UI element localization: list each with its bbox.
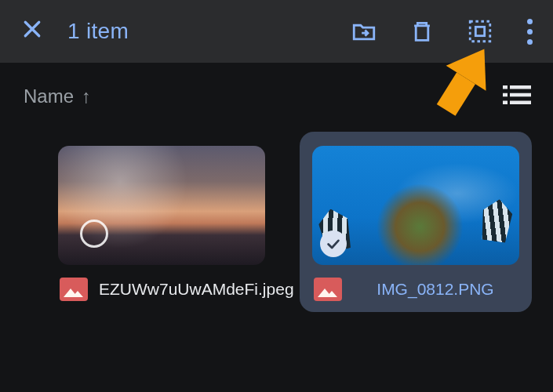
file-name: EZUWw7uUwAMdeFi.jpeg bbox=[99, 279, 294, 299]
move-icon[interactable] bbox=[348, 16, 380, 47]
sort-label: Name bbox=[24, 85, 74, 107]
selected-check-icon bbox=[320, 230, 347, 257]
more-menu-icon[interactable] bbox=[522, 14, 537, 49]
image-file-icon bbox=[60, 278, 88, 301]
svg-rect-0 bbox=[475, 27, 484, 35]
selection-toolbar: 1 item bbox=[0, 0, 553, 63]
close-selection-button[interactable] bbox=[16, 12, 49, 52]
sort-button[interactable]: Name ↑ bbox=[24, 85, 91, 107]
file-item[interactable]: EZUWw7uUwAMdeFi.jpeg bbox=[45, 132, 278, 312]
svg-rect-6 bbox=[510, 101, 531, 105]
file-grid: EZUWw7uUwAMdeFi.jpeg IMG_0812.PNG bbox=[0, 118, 553, 312]
svg-rect-3 bbox=[503, 93, 508, 97]
selection-count: 1 item bbox=[67, 19, 129, 44]
sort-direction-icon: ↑ bbox=[82, 85, 91, 107]
svg-rect-5 bbox=[503, 101, 508, 105]
trash-icon[interactable] bbox=[406, 16, 438, 47]
file-name: IMG_0812.PNG bbox=[353, 279, 518, 299]
list-view-icon[interactable] bbox=[503, 83, 531, 110]
file-thumbnail bbox=[58, 146, 265, 265]
sort-bar: Name ↑ bbox=[0, 63, 553, 118]
svg-rect-4 bbox=[510, 93, 531, 97]
image-file-icon bbox=[314, 278, 342, 301]
select-all-icon[interactable] bbox=[464, 16, 496, 47]
svg-rect-1 bbox=[503, 85, 508, 89]
file-item[interactable]: IMG_0812.PNG bbox=[300, 132, 532, 312]
svg-rect-2 bbox=[510, 85, 531, 89]
file-thumbnail bbox=[312, 146, 519, 265]
